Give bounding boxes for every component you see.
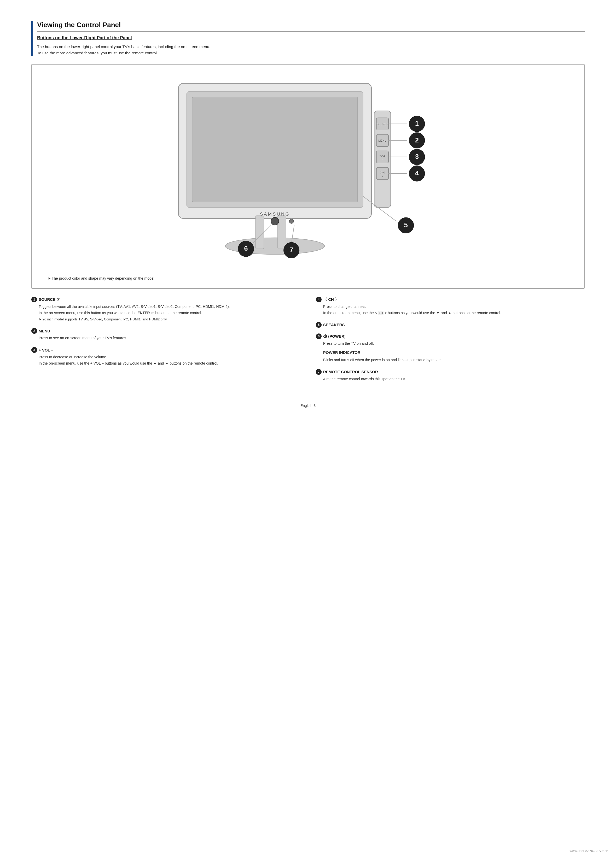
item6-label: ⏻ (POWER) [323,334,346,339]
item7-body: Aim the remote control towards this spot… [316,376,585,382]
circle-num-1: 1 [31,297,37,302]
right-column: 4 〈 CH 〉 Press to change channels. In th… [316,297,585,388]
desc-item-7: 7 REMOTE CONTROL SENSOR Aim the remote c… [316,369,585,382]
svg-text:〈CH〉: 〈CH〉 [379,171,386,174]
diagram-box: SAMSUNG SOURCE MENU +VOL - 〈CH〉 ∨ [31,64,585,289]
svg-text:-: - [382,159,383,161]
tv-diagram: SAMSUNG SOURCE MENU +VOL - 〈CH〉 ∨ [45,75,571,274]
svg-text:3: 3 [415,153,419,160]
page-header: Viewing the Control Panel Buttons on the… [31,21,585,56]
svg-text:SOURCE: SOURCE [377,123,388,126]
power-indicator-header: POWER INDICATOR [323,349,585,356]
desc-item-4: 4 〈 CH 〉 Press to change channels. In th… [316,297,585,316]
item4-label: 〈 CH 〉 [323,297,339,302]
circle-num-7: 7 [316,369,321,375]
circle-num-2: 2 [31,328,37,334]
svg-text:7: 7 [290,246,293,253]
svg-text:∨: ∨ [382,176,383,178]
item3-label: + VOL − [39,348,53,352]
item3-body: Press to decrease or increase the volume… [31,354,300,367]
tv-illustration: SAMSUNG SOURCE MENU +VOL - 〈CH〉 ∨ [45,75,571,274]
desc-header-3: 3 + VOL − [31,347,300,353]
desc-header-6: 6 ⏻ (POWER) [316,334,585,339]
desc-item-6: 6 ⏻ (POWER) Press to turn the TV on and … [316,334,585,363]
svg-text:1: 1 [415,120,419,127]
svg-point-33 [271,218,279,225]
left-column: 1 SOURCE ☞ Toggles between all the avail… [31,297,300,388]
svg-text:+VOL: +VOL [380,154,385,157]
header-content: Viewing the Control Panel Buttons on the… [37,21,585,56]
desc-item-3: 3 + VOL − Press to decrease or increase … [31,347,300,367]
svg-point-37 [289,219,294,224]
item7-label: REMOTE CONTROL SENSOR [323,370,378,374]
desc-header-1: 1 SOURCE ☞ [31,297,300,302]
circle-num-6: 6 [316,334,321,339]
item6-body: Press to turn the TV on and off. POWER I… [316,340,585,363]
svg-text:6: 6 [244,245,248,252]
desc-item-2: 2 MENU Press to see an on-screen menu of… [31,328,300,341]
circle-num-5: 5 [316,322,321,328]
descriptions: 1 SOURCE ☞ Toggles between all the avail… [31,297,585,388]
desc-header-2: 2 MENU [31,328,300,334]
circle-num-3: 3 [31,347,37,353]
watermark: www.userMANUALS.tech [570,849,608,853]
desc-header-5: 5 SPEAKERS [316,322,585,328]
item1-body: Toggles between all the available input … [31,304,300,322]
blue-accent-bar [31,21,33,56]
svg-rect-5 [256,216,264,249]
page-title: Viewing the Control Panel [37,21,585,32]
item1-label: SOURCE ☞ [39,297,60,302]
desc-header-4: 4 〈 CH 〉 [316,297,585,302]
svg-text:5: 5 [404,221,408,228]
item2-label: MENU [39,329,50,333]
item4-body: Press to change channels. In the on-scre… [316,304,585,316]
svg-rect-2 [192,97,358,202]
item2-body: Press to see an on-screen menu of your T… [31,335,300,341]
diagram-note: The product color and shape may vary dep… [45,276,571,280]
desc-item-1: 1 SOURCE ☞ Toggles between all the avail… [31,297,300,322]
item5-label: SPEAKERS [323,322,345,327]
section-subtitle: Buttons on the Lower-Right Part of the P… [37,35,585,40]
svg-text:MENU: MENU [378,139,386,142]
svg-text:2: 2 [415,137,419,144]
circle-num-4: 4 [316,297,321,302]
page-footer: English-3 [31,404,585,408]
intro-text: The buttons on the lower-right panel con… [37,44,585,56]
desc-item-5: 5 SPEAKERS [316,322,585,328]
desc-header-7: 7 REMOTE CONTROL SENSOR [316,369,585,375]
svg-text:4: 4 [415,169,419,177]
